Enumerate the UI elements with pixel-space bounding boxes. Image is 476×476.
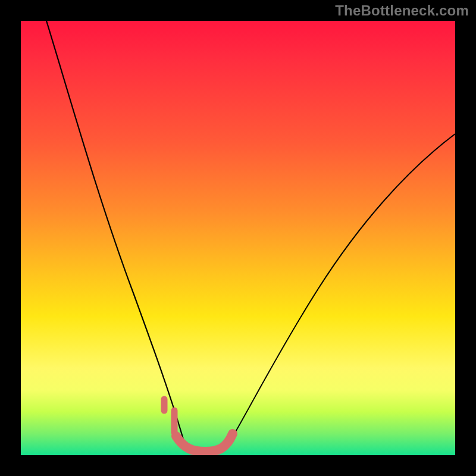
curve-layer	[21, 21, 455, 455]
curve-right	[226, 134, 455, 448]
watermark-text: TheBottleneck.com	[335, 2, 469, 19]
curve-left	[46, 21, 184, 443]
valley-highlight	[176, 434, 233, 452]
chart-frame: TheBottleneck.com	[0, 0, 476, 476]
plot-area	[21, 21, 455, 455]
